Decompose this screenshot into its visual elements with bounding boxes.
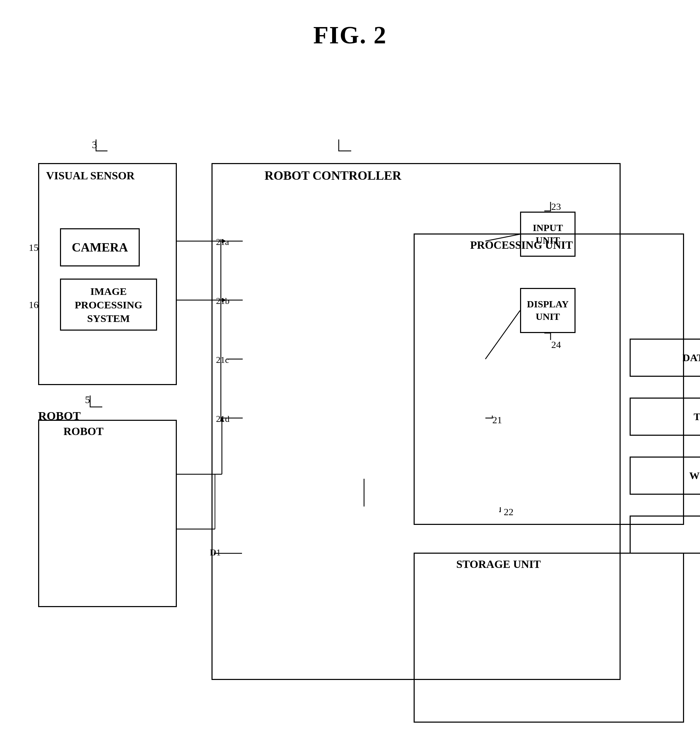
page-title: FIG. 2 xyxy=(0,0,700,50)
rc-title: ROBOT CONTROLLER xyxy=(265,168,401,183)
label-21d: 21d xyxy=(216,414,229,424)
label-15: 15 xyxy=(29,242,38,253)
display-unit-box: DISPLAYUNIT xyxy=(520,288,575,333)
label-24: 24 xyxy=(551,339,561,351)
input-unit-label: INPUTUNIT xyxy=(532,222,563,247)
ips-box: IMAGE PROCESSINGSYSTEM xyxy=(60,278,157,331)
label-3: 3 xyxy=(92,139,97,150)
wm-box: WORKPIECE MANAGER xyxy=(629,457,700,495)
tm-box: TRACKING MANAGER xyxy=(629,398,700,436)
dmu-label: DATA MANAGEMENT UNIT xyxy=(682,352,700,364)
label-21a: 21a xyxy=(216,237,229,247)
display-unit-label: DISPLAYUNIT xyxy=(527,298,569,323)
label-23: 23 xyxy=(551,201,561,212)
visual-sensor-title: VISUAL SENSOR xyxy=(46,169,135,182)
label-16: 16 xyxy=(29,299,38,311)
ips-label: IMAGE PROCESSINGSYSTEM xyxy=(61,284,156,325)
dmu-box: DATA MANAGEMENT UNIT xyxy=(629,339,700,377)
label-d1: D1 xyxy=(210,548,221,558)
label-22: 22 xyxy=(504,507,513,518)
robot-box: ROBOT 18 PICKUP MOTOR 19 ARM MOTOR xyxy=(38,420,177,607)
robot-title: ROBOT xyxy=(63,425,104,438)
su-title: STORAGE UNIT xyxy=(456,558,541,571)
ctrl-box: CONTROLLER xyxy=(629,515,700,554)
input-unit-box: INPUTUNIT xyxy=(520,212,575,257)
label-21: 21 xyxy=(492,415,502,426)
visual-sensor-box: VISUAL SENSOR 15 CAMERA 16 IMAGE PROCESS… xyxy=(38,163,177,385)
label-21b: 21b xyxy=(216,296,229,306)
wm-label: WORKPIECE MANAGER xyxy=(689,470,700,482)
robot-label: ROBOT xyxy=(38,409,81,423)
label-5: 5 xyxy=(85,394,90,405)
tm-label: TRACKING MANAGER xyxy=(694,411,700,423)
storage-unit-box: STORAGE UNIT TRACKING DATA • • • xyxy=(414,553,684,723)
label-21c: 21c xyxy=(216,355,229,365)
camera-label: CAMERA xyxy=(72,240,128,255)
processing-unit-box: PROCESSING UNIT DATA MANAGEMENT UNIT TRA… xyxy=(414,233,684,525)
camera-box: CAMERA xyxy=(60,228,140,267)
